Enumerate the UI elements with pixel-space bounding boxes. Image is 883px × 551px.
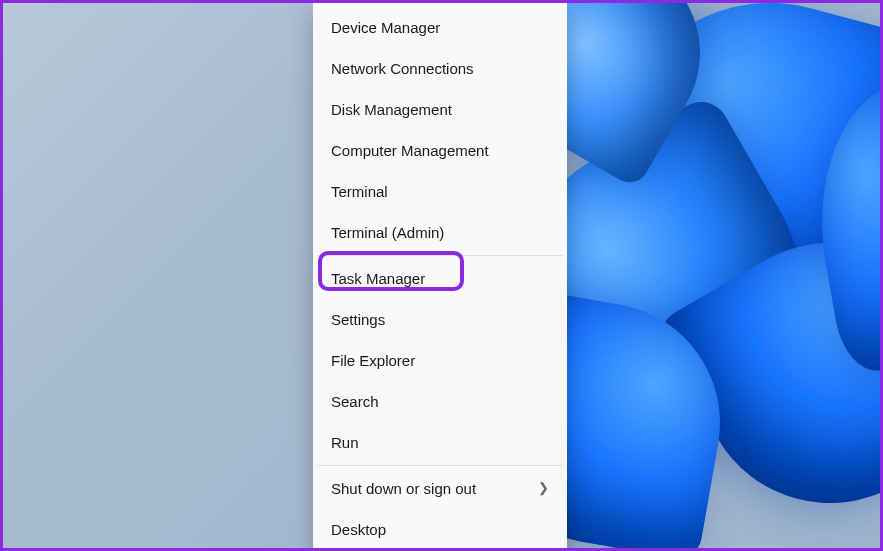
menu-separator [317,255,563,256]
menu-item-terminal-admin[interactable]: Terminal (Admin) [317,212,563,253]
menu-item-label: Device Manager [331,17,440,38]
menu-item-label: Task Manager [331,268,425,289]
menu-item-settings[interactable]: Settings [317,299,563,340]
menu-separator [317,465,563,466]
menu-item-shutdown-signout[interactable]: Shut down or sign out ❯ [317,468,563,509]
menu-item-label: Disk Management [331,99,452,120]
menu-item-search[interactable]: Search [317,381,563,422]
menu-item-disk-management[interactable]: Disk Management [317,89,563,130]
menu-item-label: Terminal [331,181,388,202]
menu-item-network-connections[interactable]: Network Connections [317,48,563,89]
winx-power-user-menu: Device Manager Network Connections Disk … [313,3,567,551]
menu-item-device-manager[interactable]: Device Manager [317,7,563,48]
menu-item-label: Search [331,391,379,412]
menu-item-label: Terminal (Admin) [331,222,444,243]
menu-item-label: Shut down or sign out [331,478,476,499]
menu-item-terminal[interactable]: Terminal [317,171,563,212]
menu-item-label: Desktop [331,519,386,540]
menu-item-run[interactable]: Run [317,422,563,463]
chevron-right-icon: ❯ [538,479,549,497]
menu-item-desktop[interactable]: Desktop [317,509,563,550]
menu-item-computer-management[interactable]: Computer Management [317,130,563,171]
menu-item-task-manager[interactable]: Task Manager [317,258,563,299]
menu-item-file-explorer[interactable]: File Explorer [317,340,563,381]
menu-item-label: Computer Management [331,140,489,161]
menu-item-label: Settings [331,309,385,330]
menu-item-label: File Explorer [331,350,415,371]
menu-item-label: Network Connections [331,58,474,79]
menu-item-label: Run [331,432,359,453]
